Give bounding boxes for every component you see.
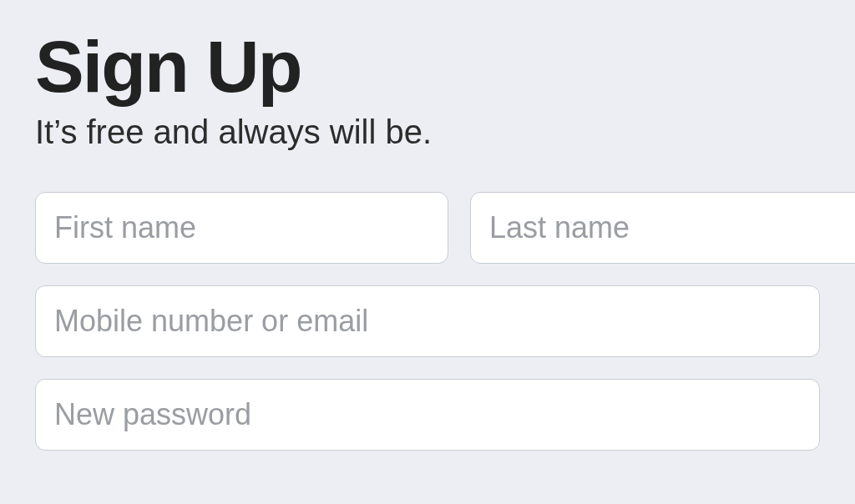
signup-panel: Sign Up It’s free and always will be. (0, 0, 855, 451)
password-row (35, 379, 820, 451)
contact-input[interactable] (35, 285, 820, 357)
page-title: Sign Up (35, 30, 820, 103)
signup-form (35, 192, 820, 451)
name-row (35, 192, 820, 264)
password-input[interactable] (35, 379, 820, 451)
first-name-input[interactable] (35, 192, 448, 264)
last-name-input[interactable] (470, 192, 855, 264)
contact-row (35, 285, 820, 357)
page-subtitle: It’s free and always will be. (35, 112, 820, 152)
